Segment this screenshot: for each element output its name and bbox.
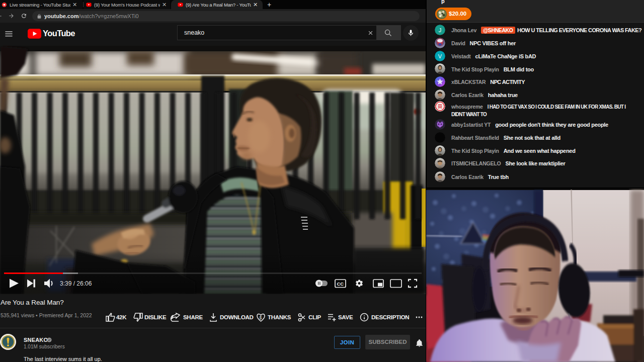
svg-text:J: J <box>439 27 442 33</box>
svg-text:CC: CC <box>337 281 344 287</box>
svg-text:$: $ <box>260 315 262 320</box>
svg-text:V: V <box>438 53 442 59</box>
svg-text:3:39 / 26:06: 3:39 / 26:06 <box>60 280 92 287</box>
